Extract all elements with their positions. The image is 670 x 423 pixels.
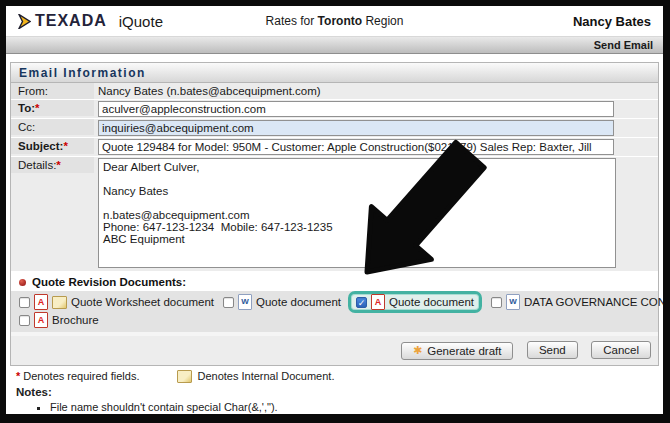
notes-list: File name shouldn't contain special Char…	[6, 401, 663, 423]
cc-input[interactable]	[98, 120, 614, 136]
to-input[interactable]	[98, 101, 614, 117]
document-option: Quote document	[223, 294, 341, 310]
internal-doc-icon[interactable]	[52, 296, 67, 309]
subject-input[interactable]	[98, 139, 614, 155]
note-item: File name shouldn't contain special Char…	[50, 401, 663, 414]
note-item: Use ; for multiple emails.	[50, 413, 663, 423]
document-label: Quote Worksheet document	[71, 296, 214, 308]
document-checkbox-checked[interactable]: ✓	[356, 297, 367, 308]
document-label: Quote document	[389, 296, 474, 308]
document-checkbox[interactable]	[223, 297, 234, 308]
pdf-icon[interactable]	[371, 294, 385, 310]
word-icon[interactable]	[238, 294, 252, 310]
document-checkbox[interactable]	[19, 315, 30, 326]
page-title: Rates for Toronto Region	[266, 14, 404, 28]
pdf-icon[interactable]	[34, 294, 48, 310]
email-form-panel: Email Information From: Nancy Bates (n.b…	[10, 62, 659, 366]
send-button[interactable]: Send	[527, 341, 578, 359]
document-option: DATA GOVERNANCE CONSENT and TRIAL OFFER …	[491, 294, 670, 310]
documents-section-title: Quote Revision Documents:	[32, 276, 186, 288]
doc-row-2: Brochure	[19, 311, 650, 329]
generate-draft-button[interactable]: ✱Generate draft	[401, 342, 513, 360]
required-asterisk: *	[56, 159, 60, 171]
documents-section-header: Quote Revision Documents:	[11, 272, 658, 291]
details-row: Details:* Dear Albert Culver, Nancy Bate…	[11, 157, 658, 271]
document-option-highlighted: ✓Quote document	[348, 291, 482, 313]
cc-row: Cc:	[11, 119, 658, 137]
to-row: To:*	[11, 100, 658, 118]
required-note: Denotes required fields.	[23, 370, 139, 382]
from-label: From:	[11, 83, 94, 99]
page-title-region: Toronto	[318, 14, 362, 28]
from-row: From: Nancy Bates (n.bates@abcequipment.…	[11, 83, 658, 99]
required-asterisk: *	[63, 140, 67, 152]
details-label: Details:*	[11, 157, 94, 173]
internal-note: Denotes Internal Document.	[197, 370, 334, 382]
page-title-suffix: Region	[362, 14, 403, 28]
cancel-button[interactable]: Cancel	[591, 341, 651, 359]
subject-row: Subject:*	[11, 138, 658, 156]
document-option: Brochure	[19, 312, 99, 328]
pdf-icon[interactable]	[34, 312, 48, 328]
app-name: iQuote	[119, 13, 163, 30]
logged-in-user: Nancy Bates	[573, 14, 651, 29]
bullet-dot-icon	[19, 279, 26, 286]
details-textarea[interactable]: Dear Albert Culver, Nancy Bates n.bates@…	[98, 158, 616, 268]
document-label: Brochure	[52, 314, 99, 326]
document-option: Quote Worksheet document	[19, 294, 214, 310]
document-checkbox[interactable]	[491, 297, 502, 308]
notes-title: Notes:	[6, 383, 663, 398]
word-icon[interactable]	[506, 294, 520, 310]
command-bar: Send Email	[6, 36, 663, 54]
app-window: TEXADA iQuote Rates for Toronto Region N…	[0, 0, 670, 423]
doc-row-1: Quote Worksheet documentQuote document✓Q…	[19, 293, 650, 311]
star-icon: ✱	[413, 345, 422, 356]
document-label: DATA GOVERNANCE CONSENT and TRIAL OFFER …	[524, 296, 670, 308]
section-header: Email Information	[11, 63, 658, 83]
document-label: Quote document	[256, 296, 341, 308]
legend-line: * Denotes required fields. Denotes Inter…	[6, 366, 663, 383]
logo-chevron-icon	[18, 14, 31, 29]
page-title-prefix: Rates for	[266, 14, 318, 28]
send-email-title: Send Email	[594, 39, 653, 51]
app-header: TEXADA iQuote Rates for Toronto Region N…	[6, 6, 663, 36]
subject-label: Subject:*	[11, 138, 94, 154]
document-checkbox[interactable]	[19, 297, 30, 308]
to-label: To:*	[11, 100, 94, 116]
required-asterisk: *	[35, 102, 39, 114]
required-asterisk: *	[16, 370, 20, 382]
cc-label: Cc:	[11, 119, 94, 135]
action-buttons: ✱Generate draft Send Cancel	[11, 336, 658, 365]
documents-list: Quote Worksheet documentQuote document✓Q…	[11, 291, 658, 332]
texada-logo: TEXADA iQuote	[18, 12, 163, 30]
internal-doc-icon	[177, 370, 192, 383]
brand-name: TEXADA	[35, 12, 107, 30]
section-title: Email Information	[19, 66, 146, 80]
from-value: Nancy Bates (n.bates@abcequipment.com)	[94, 83, 658, 98]
